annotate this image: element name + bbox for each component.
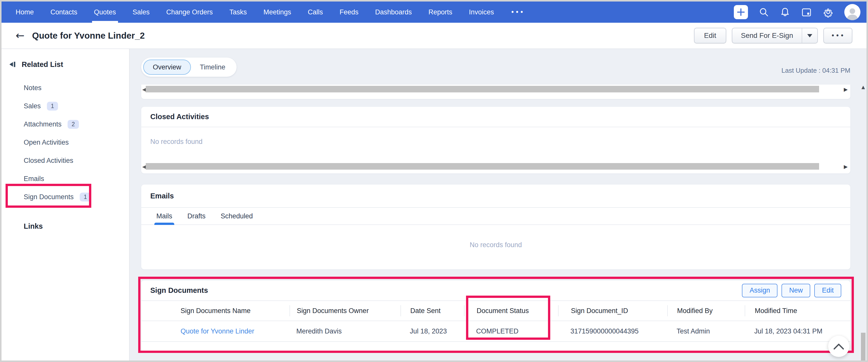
nav-more-icon[interactable]: ••• xyxy=(511,1,525,23)
date-sent: Jul 18, 2023 xyxy=(400,327,464,335)
tab-mails[interactable]: Mails xyxy=(156,208,172,224)
sign-documents-card: Sign Documents Assign New Edit Sign Docu… xyxy=(141,280,850,352)
column-header-date-sent[interactable]: Date Sent xyxy=(400,305,464,316)
nav-item-dashboards[interactable]: Dashboards xyxy=(375,1,412,23)
sidebar-item-label: Sales xyxy=(24,102,41,110)
column-header-modified-by[interactable]: Modified By xyxy=(667,305,745,316)
main-content: Overview Timeline Last Update : 04:31 PM… xyxy=(130,49,867,361)
sign-document-id: 317159000000044395 xyxy=(558,327,667,335)
new-button[interactable]: New xyxy=(781,284,810,297)
related-list-title: Related List xyxy=(22,60,63,69)
nav-items: Home Contacts Quotes Sales Change Orders… xyxy=(16,1,525,23)
sidebar-item-label: Attachments xyxy=(24,120,62,128)
tab-scheduled[interactable]: Scheduled xyxy=(221,208,253,224)
nav-item-feeds[interactable]: Feeds xyxy=(339,1,358,23)
related-list-header: Related List xyxy=(9,60,129,69)
related-list-items: Notes Sales1 Attachments2 Open Activitie… xyxy=(1,79,129,206)
sidebar-item-label: Sign Documents xyxy=(24,193,74,201)
column-header-modified-time[interactable]: Modified Time xyxy=(745,305,850,316)
tab-overview[interactable]: Overview xyxy=(143,60,191,75)
nav-item-invoices[interactable]: Invoices xyxy=(469,1,494,23)
horizontal-scrollbar[interactable]: ◀ ▶ xyxy=(141,86,850,93)
column-header-owner[interactable]: Sign Documents Owner xyxy=(289,305,400,316)
sidebar-item-closed-activities[interactable]: Closed Activities xyxy=(1,151,129,170)
send-for-esign-label: Send For E-Sign xyxy=(732,28,802,43)
notifications-bell-icon[interactable] xyxy=(780,7,790,18)
settings-gear-icon[interactable] xyxy=(823,6,834,18)
esign-dropdown-caret[interactable] xyxy=(802,28,817,43)
column-header-name[interactable]: Sign Documents Name xyxy=(141,305,289,316)
nav-item-home[interactable]: Home xyxy=(16,1,34,23)
edit-button[interactable]: Edit xyxy=(694,28,726,44)
scroll-up-icon[interactable]: ▲ xyxy=(861,84,866,90)
sidebar-item-sales[interactable]: Sales1 xyxy=(1,97,129,115)
emails-header: Emails xyxy=(141,185,850,208)
send-for-esign-button[interactable]: Send For E-Sign xyxy=(732,28,818,44)
back-arrow-icon[interactable]: ← xyxy=(16,30,25,41)
calendar-icon[interactable] xyxy=(801,6,812,18)
chevron-down-icon xyxy=(807,34,812,37)
count-badge: 1 xyxy=(80,193,91,201)
sidebar-item-label: Closed Activities xyxy=(24,157,73,165)
person-icon xyxy=(845,6,860,20)
nav-item-reports[interactable]: Reports xyxy=(429,1,453,23)
sidebar-item-emails[interactable]: Emails xyxy=(1,170,129,188)
last-update-text: Last Update : 04:31 PM xyxy=(781,67,850,75)
sign-documents-actions: Assign New Edit xyxy=(742,284,841,297)
plus-icon xyxy=(737,8,745,17)
header-actions: Edit Send For E-Sign ••• xyxy=(694,28,852,44)
scrollbar-thumb[interactable] xyxy=(146,86,819,92)
nav-item-meetings[interactable]: Meetings xyxy=(264,1,291,23)
scroll-right-icon[interactable]: ▶ xyxy=(844,163,847,170)
table-row: Quote for Yvonne Linder Meredith Davis J… xyxy=(141,321,850,342)
edit-sign-documents-button[interactable]: Edit xyxy=(814,284,841,297)
assign-button[interactable]: Assign xyxy=(742,284,777,297)
partial-card: ◀ ▶ xyxy=(141,85,850,99)
emails-title: Emails xyxy=(150,192,174,200)
emails-tabs: Mails Drafts Scheduled xyxy=(141,208,850,225)
nav-item-calls[interactable]: Calls xyxy=(308,1,323,23)
create-new-button[interactable] xyxy=(734,5,748,19)
nav-item-contacts[interactable]: Contacts xyxy=(51,1,78,23)
horizontal-scrollbar[interactable]: ◀ ▶ xyxy=(141,163,850,170)
scrollbar-thumb[interactable] xyxy=(146,163,819,170)
sidebar-item-sign-documents[interactable]: Sign Documents1 xyxy=(1,188,129,206)
sidebar-item-notes[interactable]: Notes xyxy=(1,79,129,97)
sidebar-item-open-activities[interactable]: Open Activities xyxy=(1,133,129,151)
emails-card: Emails Mails Drafts Scheduled No records… xyxy=(141,185,850,269)
nav-item-sales[interactable]: Sales xyxy=(133,1,150,23)
tab-timeline[interactable]: Timeline xyxy=(191,60,235,75)
nav-item-tasks[interactable]: Tasks xyxy=(229,1,247,23)
sign-documents-table-header: Sign Documents Name Sign Documents Owner… xyxy=(141,301,850,321)
nav-item-change-orders[interactable]: Change Orders xyxy=(166,1,213,23)
column-header-document-status[interactable]: Document Status xyxy=(464,305,558,316)
scroll-right-icon[interactable]: ▶ xyxy=(844,86,847,93)
nav-item-quotes[interactable]: Quotes xyxy=(94,1,116,23)
closed-activities-header: Closed Activities xyxy=(141,107,850,127)
search-icon[interactable] xyxy=(758,7,769,18)
count-badge: 2 xyxy=(68,120,79,129)
user-avatar[interactable] xyxy=(844,4,861,20)
page-title: Quote for Yvonne Linder_2 xyxy=(32,31,145,40)
vertical-scrollbar[interactable]: ▲ xyxy=(861,84,866,361)
more-actions-button[interactable]: ••• xyxy=(824,28,852,44)
sign-document-name-link[interactable]: Quote for Yvonne Linder xyxy=(141,327,289,335)
sidebar-item-label: Emails xyxy=(24,175,44,183)
crm-screen: Home Contacts Quotes Sales Change Orders… xyxy=(0,0,868,362)
sign-documents-title: Sign Documents xyxy=(150,286,208,295)
document-status: COMPLETED xyxy=(464,327,558,335)
page-header: ← Quote for Yvonne Linder_2 Edit Send Fo… xyxy=(1,23,867,49)
chevron-up-icon xyxy=(833,343,844,350)
sidebar-item-label: Open Activities xyxy=(24,139,69,146)
closed-activities-card: Closed Activities No records found ◀ ▶ xyxy=(141,107,850,173)
count-badge: 1 xyxy=(47,102,58,111)
collapse-panel-icon[interactable] xyxy=(9,61,16,68)
sidebar-item-label: Notes xyxy=(24,84,41,92)
top-navigation: Home Contacts Quotes Sales Change Orders… xyxy=(1,1,867,23)
related-list-sidebar: Related List Notes Sales1 Attachments2 O… xyxy=(1,49,130,361)
column-header-sign-document-id[interactable]: Sign Document_ID xyxy=(558,305,667,316)
scroll-to-top-button[interactable] xyxy=(828,336,849,357)
tab-drafts[interactable]: Drafts xyxy=(187,208,206,224)
sidebar-item-attachments[interactable]: Attachments2 xyxy=(1,115,129,133)
scrollbar-thumb[interactable] xyxy=(861,333,866,361)
